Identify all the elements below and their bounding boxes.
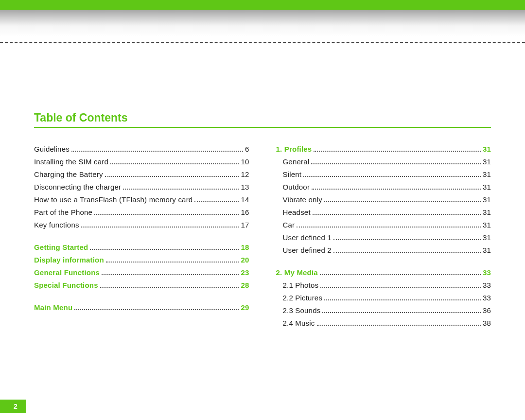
- toc-entry-label: General: [276, 158, 310, 166]
- toc-entry-label: Guidelines: [34, 145, 70, 153]
- toc-entry: User defined 131: [276, 233, 491, 242]
- toc-entry: General Functions23: [34, 268, 249, 277]
- dot-leader: [110, 163, 239, 164]
- dot-leader: [324, 299, 481, 300]
- page-number: 2: [0, 400, 26, 413]
- toc-entry-page: 18: [241, 243, 249, 251]
- dot-leader: [71, 151, 243, 152]
- toc-entry-page: 31: [483, 195, 491, 204]
- toc-entry-page: 6: [245, 145, 249, 153]
- dot-leader: [297, 227, 481, 228]
- toc-entry: 1. Profiles31: [276, 145, 491, 153]
- toc-entry-page: 16: [241, 208, 249, 216]
- toc-entry-page: 31: [483, 183, 491, 191]
- toc-entry-label: Car: [276, 221, 295, 229]
- toc-entry: Silent31: [276, 170, 491, 178]
- toc-entry: General31: [276, 158, 491, 166]
- toc-entry-page: 20: [241, 256, 249, 264]
- dot-leader: [105, 176, 239, 177]
- toc-entry-page: 17: [241, 221, 249, 229]
- toc-entry: Main Menu29: [34, 303, 249, 312]
- toc-entry-page: 23: [241, 268, 249, 277]
- dot-leader: [320, 274, 481, 275]
- toc-entry-label: Main Menu: [34, 303, 72, 312]
- toc-entry-label: 2.1 Photos: [276, 281, 319, 289]
- dot-leader: [317, 325, 481, 326]
- toc-entry: Charging the Battery12: [34, 170, 249, 178]
- page-content: Table of Contents Guidelines6Installing …: [0, 43, 525, 332]
- toc-entry-page: 38: [483, 319, 491, 327]
- toc-entry-page: 14: [241, 195, 249, 204]
- toc-entry-label: Installing the SIM card: [34, 158, 108, 166]
- toc-entry-label: Part of the Phone: [34, 208, 92, 216]
- dot-leader: [100, 287, 239, 288]
- toc-entry: Vibrate only31: [276, 195, 491, 204]
- toc-entry-label: 1. Profiles: [276, 145, 312, 153]
- toc-entry-page: 33: [483, 281, 491, 289]
- toc-entry: Car31: [276, 221, 491, 229]
- toc-entry-label: Disconnecting the charger: [34, 183, 121, 191]
- dot-leader: [303, 176, 481, 177]
- toc-entry: Display information20: [34, 256, 249, 264]
- toc-entry-page: 36: [483, 306, 491, 315]
- toc-entry: Special Functions28: [34, 281, 249, 289]
- toc-entry: 2.3 Sounds36: [276, 306, 491, 315]
- dot-leader: [123, 189, 239, 190]
- toc-entry: Headset31: [276, 208, 491, 216]
- dot-leader: [312, 189, 481, 190]
- toc-entry-label: Getting Started: [34, 243, 88, 251]
- toc-gap: [276, 259, 491, 268]
- dot-leader: [94, 214, 239, 215]
- toc-entry-page: 33: [483, 294, 491, 302]
- dot-leader: [320, 287, 481, 288]
- dot-leader: [324, 201, 481, 202]
- toc-entry-label: 2. My Media: [276, 268, 318, 277]
- toc-entry: Guidelines6: [34, 145, 249, 153]
- toc-entry: User defined 231: [276, 246, 491, 254]
- dot-leader: [333, 252, 481, 253]
- toc-entry-page: 33: [483, 268, 491, 277]
- toc-entry-label: Outdoor: [276, 183, 310, 191]
- toc-entry: Getting Started18: [34, 243, 249, 251]
- toc-entry-label: 2.3 Sounds: [276, 306, 321, 315]
- toc-entry-label: 2.4 Music: [276, 319, 315, 327]
- toc-entry-page: 10: [241, 158, 249, 166]
- dot-leader: [81, 227, 239, 228]
- toc-entry-page: 29: [241, 303, 249, 312]
- toc-entry-page: 12: [241, 170, 249, 178]
- toc-entry-label: User defined 1: [276, 233, 332, 242]
- dot-leader: [106, 262, 239, 262]
- toc-entry-label: How to use a TransFlash (TFlash) memory …: [34, 195, 192, 204]
- toc-entry: 2.4 Music38: [276, 319, 491, 327]
- toc-right-column: 1. Profiles31General31Silent31Outdoor31V…: [276, 145, 491, 332]
- toc-entry-label: Silent: [276, 170, 302, 178]
- toc-entry: Outdoor31: [276, 183, 491, 191]
- toc-entry: Part of the Phone16: [34, 208, 249, 216]
- toc-entry-page: 31: [483, 221, 491, 229]
- dot-leader: [194, 201, 239, 202]
- toc-entry-label: User defined 2: [276, 246, 332, 254]
- toc-entry-page: 31: [483, 145, 491, 153]
- toc-entry-page: 31: [483, 233, 491, 242]
- toc-entry-label: 2.2 Pictures: [276, 294, 323, 302]
- toc-entry: 2. My Media33: [276, 268, 491, 277]
- title-underline: [34, 127, 491, 128]
- dot-leader: [313, 214, 481, 215]
- dot-leader: [74, 309, 239, 310]
- toc-entry-label: Display information: [34, 256, 104, 264]
- toc-entry-page: 28: [241, 281, 249, 289]
- toc-entry-page: 31: [483, 170, 491, 178]
- toc-left-column: Guidelines6Installing the SIM card10Char…: [34, 145, 249, 332]
- toc-entry-label: General Functions: [34, 268, 100, 277]
- header-gradient: [0, 10, 525, 36]
- toc-entry: Disconnecting the charger13: [34, 183, 249, 191]
- toc-entry-label: Charging the Battery: [34, 170, 103, 178]
- dot-leader: [322, 312, 481, 313]
- dot-leader: [102, 274, 239, 275]
- toc-entry-page: 31: [483, 208, 491, 216]
- toc-entry-label: Headset: [276, 208, 311, 216]
- page-footer: 2: [0, 400, 26, 413]
- top-green-bar: [0, 0, 525, 10]
- toc-entry-page: 31: [483, 246, 491, 254]
- toc-entry: 2.2 Pictures33: [276, 294, 491, 302]
